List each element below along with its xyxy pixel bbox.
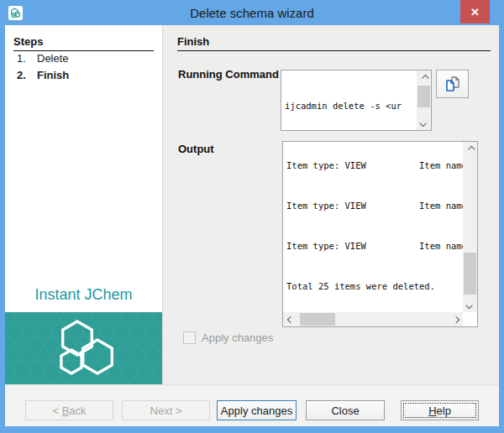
step-number: 1.: [17, 51, 37, 66]
output-textarea[interactable]: Item type: VIEW Item name Item type: VIE…: [282, 141, 478, 327]
help-button[interactable]: Help: [401, 400, 479, 420]
finish-panel: Finish Running Command ijcadmin delete -…: [163, 25, 499, 384]
steps-sidebar: Steps 1. Delete 2. Finish Instant JChem: [5, 25, 163, 384]
step-item-delete: 1. Delete: [17, 51, 162, 66]
output-horizontal-scrollbar[interactable]: [283, 312, 463, 326]
output-label: Output: [178, 143, 214, 155]
back-button-label: < Back: [52, 404, 86, 417]
output-line: Item type: VIEW Item name: [286, 159, 463, 172]
running-command-label: Running Command: [178, 68, 279, 81]
scrollbar-down-button[interactable]: [417, 116, 431, 130]
apply-changes-checkbox[interactable]: [183, 331, 196, 344]
scrollbar-thumb[interactable]: [464, 253, 476, 295]
panel-header: Finish: [177, 35, 491, 51]
output-text: Item type: VIEW Item name Item type: VIE…: [283, 142, 463, 312]
back-button[interactable]: < Back: [25, 400, 113, 420]
chevron-up-icon: [468, 145, 475, 152]
steps-header: Steps: [13, 35, 154, 51]
scrollbar-down-button[interactable]: [463, 298, 477, 312]
step-label: Finish: [37, 68, 69, 83]
next-button[interactable]: Next >: [122, 400, 210, 420]
copy-command-button[interactable]: [436, 70, 469, 98]
chevron-down-icon: [419, 119, 426, 126]
output-line: Total 25 items were deleted.: [286, 279, 463, 293]
running-command-text: ijcadmin delete -s <ur l> -u <usr> -p <p…: [281, 70, 417, 130]
chevron-down-icon: [465, 301, 472, 308]
chevron-right-icon: [452, 316, 459, 322]
titlebar: Delete schema wizard ✕: [0, 0, 504, 25]
copy-icon: [444, 75, 462, 93]
close-button[interactable]: ✕: [460, 0, 490, 23]
apply-changes-button-label: Apply changes: [221, 404, 292, 417]
scrollbar-up-button[interactable]: [417, 70, 431, 85]
dialog-content: Steps 1. Delete 2. Finish Instant JChem …: [5, 25, 499, 384]
scrollbar-up-button[interactable]: [463, 142, 477, 156]
brand-name: Instant JChem: [5, 286, 162, 304]
output-line: Item type: VIEW Item name: [286, 239, 463, 253]
apply-changes-checkbox-label: Apply changes: [202, 331, 273, 344]
chevron-left-icon: [286, 316, 293, 322]
step-number: 2.: [17, 68, 37, 83]
close-dialog-button[interactable]: Close: [306, 400, 385, 420]
command-line: ijcadmin delete -s <ur: [285, 99, 417, 112]
step-item-finish: 2. Finish: [17, 68, 162, 83]
close-button-label: Close: [331, 404, 359, 417]
step-label: Delete: [37, 51, 69, 66]
apply-changes-checkbox-row: Apply changes: [183, 331, 273, 344]
command-vertical-scrollbar[interactable]: [417, 70, 431, 130]
scrollbar-right-button[interactable]: [449, 312, 463, 326]
scrollbar-left-button[interactable]: [283, 312, 297, 326]
brand-logo-panel: [5, 312, 162, 384]
close-icon: ✕: [470, 7, 480, 18]
scrollbar-thumb[interactable]: [300, 313, 335, 326]
running-command-textarea[interactable]: ijcadmin delete -s <ur l> -u <usr> -p <p…: [281, 70, 432, 131]
chevron-up-icon: [422, 74, 428, 81]
help-button-label: Help: [428, 404, 451, 417]
output-line: Item type: VIEW Item name: [286, 199, 463, 212]
delete-schema-wizard-window: Delete schema wizard ✕ Steps 1. Delete 2…: [0, 0, 504, 433]
output-vertical-scrollbar[interactable]: [463, 142, 477, 312]
hexagon-cluster-logo-icon: [34, 318, 134, 378]
next-button-label: Next >: [150, 404, 182, 417]
apply-changes-button[interactable]: Apply changes: [217, 400, 297, 420]
dialog-button-bar: < Back Next > Apply changes Close Help: [5, 384, 499, 426]
app-icon: [8, 6, 23, 20]
window-title: Delete schema wizard: [0, 6, 504, 20]
scrollbar-thumb[interactable]: [417, 86, 430, 107]
